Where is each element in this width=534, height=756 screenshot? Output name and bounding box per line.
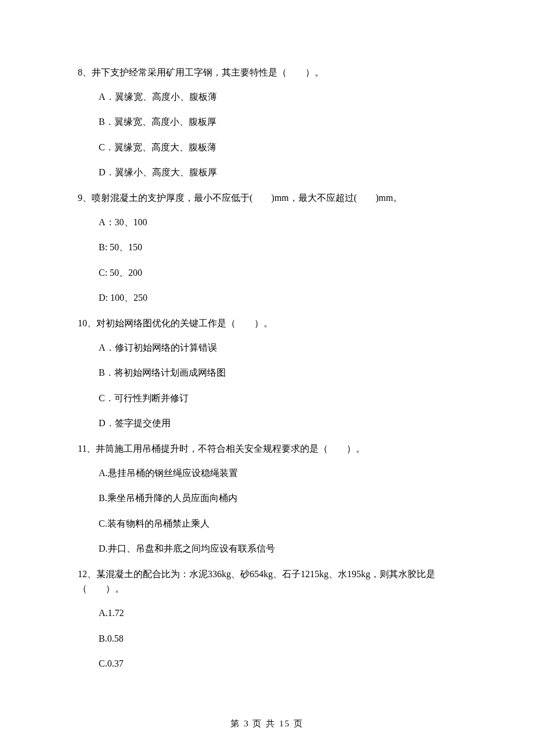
- options-group: A．翼缘宽、高度小、腹板薄 B．翼缘宽、高度小、腹板厚 C．翼缘宽、高度大、腹板…: [78, 89, 456, 180]
- option-c: C: 50、200: [99, 265, 456, 280]
- question-stem: 9、喷射混凝土的支护厚度，最小不应低于( )mm，最大不应超过( )mm。: [78, 190, 456, 206]
- option-c: C.0.37: [99, 656, 456, 671]
- option-d: D: 100、250: [99, 290, 456, 305]
- options-group: A．修订初始网络的计算错误 B．将初始网络计划画成网络图 C．可行性判断并修订 …: [78, 340, 456, 431]
- option-b: B: 50、150: [99, 240, 456, 255]
- option-b: B.0.58: [99, 631, 456, 646]
- option-a: A．修订初始网络的计算错误: [99, 340, 456, 355]
- option-b: B．翼缘宽、高度小、腹板厚: [99, 114, 456, 129]
- option-a: A.1.72: [99, 606, 456, 621]
- option-a: A：30、100: [99, 215, 456, 230]
- option-a: A．翼缘宽、高度小、腹板薄: [99, 89, 456, 105]
- question-stem: 8、井下支护经常采用矿用工字钢，其主要特性是（ ）。: [78, 65, 456, 80]
- question-stem: 11、井筒施工用吊桶提升时，不符合相关安全规程要求的是（ ）。: [78, 441, 456, 456]
- option-d: D.井口、吊盘和井底之间均应设有联系信号: [99, 541, 456, 556]
- page-content: 8、井下支护经常采用矿用工字钢，其主要特性是（ ）。 A．翼缘宽、高度小、腹板薄…: [0, 0, 534, 671]
- question-stem: 10、对初始网络图优化的关键工作是（ ）。: [78, 316, 456, 331]
- question-stem: 12、某混凝土的配合比为：水泥336kg、砂654kg、石子1215kg、水19…: [78, 567, 456, 596]
- option-c: C.装有物料的吊桶禁止乘人: [99, 516, 456, 531]
- question-8: 8、井下支护经常采用矿用工字钢，其主要特性是（ ）。 A．翼缘宽、高度小、腹板薄…: [78, 65, 456, 180]
- question-10: 10、对初始网络图优化的关键工作是（ ）。 A．修订初始网络的计算错误 B．将初…: [78, 316, 456, 431]
- question-9: 9、喷射混凝土的支护厚度，最小不应低于( )mm，最大不应超过( )mm。 A：…: [78, 190, 456, 305]
- option-c: C．翼缘宽、高度大、腹板薄: [99, 140, 456, 155]
- option-b: B.乘坐吊桶升降的人员应面向桶内: [99, 491, 456, 506]
- option-d: D．翼缘小、高度大、腹板厚: [99, 165, 456, 180]
- page-footer: 第 3 页 共 15 页: [0, 718, 534, 729]
- option-c: C．可行性判断并修订: [99, 391, 456, 406]
- option-a: A.悬挂吊桶的钢丝绳应设稳绳装置: [99, 466, 456, 481]
- options-group: A：30、100 B: 50、150 C: 50、200 D: 100、250: [78, 215, 456, 305]
- question-11: 11、井筒施工用吊桶提升时，不符合相关安全规程要求的是（ ）。 A.悬挂吊桶的钢…: [78, 441, 456, 556]
- option-d: D．签字提交使用: [99, 416, 456, 431]
- question-12: 12、某混凝土的配合比为：水泥336kg、砂654kg、石子1215kg、水19…: [78, 567, 456, 671]
- options-group: A.悬挂吊桶的钢丝绳应设稳绳装置 B.乘坐吊桶升降的人员应面向桶内 C.装有物料…: [78, 466, 456, 556]
- option-b: B．将初始网络计划画成网络图: [99, 365, 456, 380]
- options-group: A.1.72 B.0.58 C.0.37: [78, 606, 456, 671]
